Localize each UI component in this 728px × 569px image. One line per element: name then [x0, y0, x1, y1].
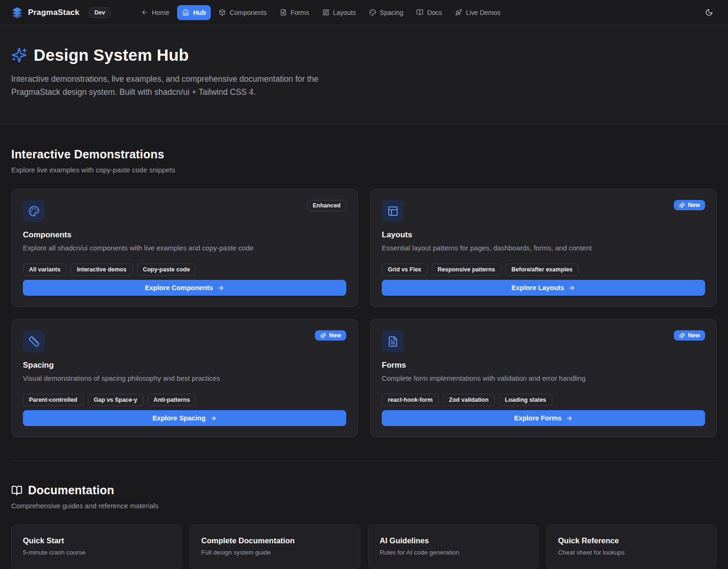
demo-card-spacing: New Spacing Visual demonstrations of spa…: [11, 319, 358, 437]
nav-item-components[interactable]: Components: [214, 5, 271, 20]
doc-card-title: Quick Start: [23, 536, 170, 545]
button-label: Explore Layouts: [512, 284, 564, 292]
arrow-right-icon: [210, 415, 217, 422]
card-title: Spacing: [23, 361, 346, 370]
doc-card-quick-start[interactable]: Quick Start 5-minute crash course: [11, 525, 182, 569]
nav-label: Layouts: [333, 9, 356, 16]
demo-card-components: Enhanced Components Explore all shadcn/u…: [11, 189, 358, 307]
home-icon: [182, 9, 189, 16]
hero-section: Design System Hub Interactive demonstrat…: [0, 25, 728, 125]
card-description: Visual demonstrations of spacing philoso…: [23, 373, 346, 384]
layouts-card-icon-tile: [382, 200, 404, 222]
sparkles-icon: [11, 47, 27, 63]
card-title: Layouts: [382, 230, 705, 240]
tag-row: All variants Interactive demos Copy-past…: [23, 263, 346, 276]
card-description: Essential layout patterns for pages, das…: [382, 243, 705, 253]
new-badge: New: [674, 200, 705, 210]
arrow-left-icon: [141, 9, 148, 16]
page-title: Design System Hub: [34, 46, 189, 64]
new-badge: New: [674, 330, 705, 341]
tag-badge: Grid vs Flex: [382, 263, 428, 276]
tag-badge: Copy-paste code: [137, 263, 196, 276]
card-title: Components: [23, 230, 346, 240]
spacing-card-icon-tile: [23, 330, 45, 352]
demo-card-layouts: New Layouts Essential layout patterns fo…: [370, 189, 717, 307]
brand-name: PragmaStack: [28, 8, 79, 17]
tag-badge: Responsive patterns: [432, 263, 501, 276]
demos-section-title: Interactive Demonstrations: [11, 148, 717, 161]
doc-card-quick-reference[interactable]: Quick Reference Cheat sheet for lookups: [546, 525, 717, 569]
nav-label: Forms: [291, 9, 309, 16]
env-badge: Dev: [89, 7, 111, 18]
moon-icon: [705, 8, 713, 16]
doc-card-subtitle: 5-minute crash course: [23, 549, 170, 556]
palette-icon: [369, 9, 376, 16]
doc-card-subtitle: Full design system guide: [201, 549, 349, 556]
book-open-icon: [11, 485, 22, 496]
explore-layouts-button[interactable]: Explore Layouts: [382, 280, 705, 296]
nav-label: Components: [229, 9, 266, 16]
tag-row: react-hook-form Zod validation Loading s…: [382, 394, 705, 406]
layout-dashboard-icon: [322, 9, 329, 16]
nav-item-live-demos[interactable]: Live Demos: [450, 5, 506, 20]
tag-badge: Interactive demos: [71, 263, 132, 276]
file-text-icon: [387, 336, 399, 347]
demo-cards-grid: Enhanced Components Explore all shadcn/u…: [11, 189, 717, 437]
rocket-icon: [455, 9, 462, 16]
sparkles-icon: [679, 202, 685, 208]
tag-badge: Anti-patterns: [148, 394, 196, 406]
package-icon: [219, 9, 226, 16]
theme-toggle-button[interactable]: [701, 5, 717, 20]
docs-section-title: Documentation: [28, 484, 114, 497]
nav-item-hub[interactable]: Hub: [177, 5, 211, 20]
tag-row: Grid vs Flex Responsive patterns Before/…: [382, 263, 705, 276]
doc-card-title: AI Guidelines: [380, 536, 527, 545]
docs-section-subtitle: Comprehensive guides and reference mater…: [11, 502, 717, 510]
card-description: Explore all shadcn/ui components with li…: [23, 243, 346, 253]
section-divider: [11, 461, 717, 461]
explore-spacing-button[interactable]: Explore Spacing: [23, 410, 346, 426]
explore-forms-button[interactable]: Explore Forms: [382, 410, 705, 426]
nav-item-layouts[interactable]: Layouts: [317, 5, 361, 20]
button-label: Explore Spacing: [152, 414, 206, 422]
enhanced-badge: Enhanced: [307, 200, 346, 211]
doc-card-ai-guidelines[interactable]: AI Guidelines Rules for AI code generati…: [368, 525, 539, 569]
main-content: Interactive Demonstrations Explore live …: [0, 125, 728, 569]
explore-components-button[interactable]: Explore Components: [23, 280, 346, 296]
arrow-right-icon: [217, 284, 224, 292]
demos-section-subtitle: Explore live examples with copy-paste co…: [11, 166, 717, 174]
file-text-icon: [280, 9, 287, 16]
button-label: Explore Forms: [514, 414, 562, 422]
sparkles-icon: [320, 333, 326, 339]
nav-label: Docs: [427, 9, 442, 16]
tag-badge: Parent-controlled: [23, 394, 84, 406]
doc-card-subtitle: Rules for AI code generation: [380, 549, 527, 556]
nav-item-docs[interactable]: Docs: [411, 5, 447, 20]
forms-card-icon-tile: [382, 330, 404, 352]
demo-card-forms: New Forms Complete form implementations …: [370, 319, 717, 437]
card-description: Complete form implementations with valid…: [382, 373, 705, 384]
nav-item-home[interactable]: Home: [136, 5, 174, 20]
tag-badge: Zod validation: [443, 394, 495, 406]
new-badge: New: [315, 330, 346, 341]
brand[interactable]: PragmaStack Dev: [11, 7, 111, 19]
doc-card-title: Complete Documentation: [201, 536, 349, 545]
tag-badge: Gap vs Space-y: [88, 394, 143, 406]
book-open-icon: [416, 9, 423, 16]
nav-label: Live Demos: [466, 9, 500, 16]
layers-logo-icon: [11, 7, 23, 19]
card-title: Forms: [382, 361, 705, 370]
nav-item-forms[interactable]: Forms: [275, 5, 314, 20]
tag-row: Parent-controlled Gap vs Space-y Anti-pa…: [23, 394, 346, 406]
docs-cards-grid: Quick Start 5-minute crash course Comple…: [11, 525, 717, 569]
tag-badge: All variants: [23, 263, 66, 276]
doc-card-complete-documentation[interactable]: Complete Documentation Full design syste…: [190, 525, 360, 569]
nav-item-spacing[interactable]: Spacing: [364, 5, 409, 20]
arrow-right-icon: [566, 415, 573, 422]
palette-icon: [29, 206, 40, 217]
ruler-icon: [29, 336, 40, 347]
tag-badge: react-hook-form: [382, 394, 439, 406]
documentation-section: Documentation Comprehensive guides and r…: [11, 484, 717, 569]
nav-label: Hub: [193, 9, 206, 16]
badge-label: New: [688, 202, 700, 208]
